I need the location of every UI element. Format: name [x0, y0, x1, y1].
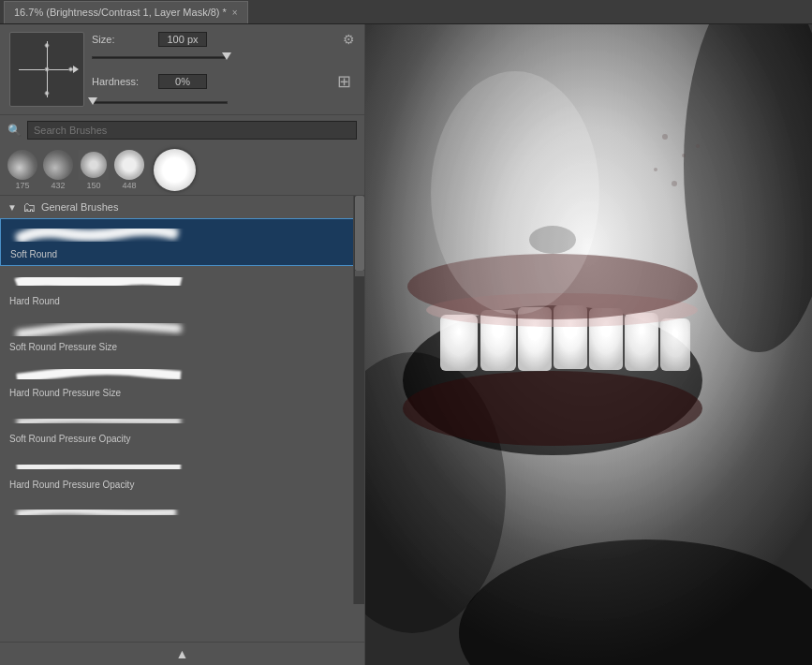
recent-brush-3[interactable]: 150 — [79, 150, 109, 190]
recent-brush-thumb-3 — [79, 150, 109, 180]
tab-title: 16.7% (Brightness/Contrast 1, Layer Mask… — [14, 7, 227, 18]
recent-brush-2[interactable]: 432 — [43, 150, 73, 190]
hardness-label: Hardness: — [92, 76, 153, 87]
recent-brush-num-2: 432 — [51, 181, 65, 190]
hardness-slider[interactable] — [92, 96, 355, 109]
recent-brush-num-1: 175 — [15, 181, 29, 190]
svg-point-20 — [672, 181, 677, 186]
search-icon: 🔍 — [7, 124, 22, 137]
main-layout: Size: ⚙ Hardness: — [0, 24, 812, 665]
recent-brush-4[interactable]: 448 — [114, 150, 144, 190]
brush-name-hard-round-pressure-size: Hard Round Pressure Size — [7, 388, 361, 402]
crosshair-bottom-dot — [45, 91, 50, 96]
svg-point-21 — [529, 226, 576, 254]
canvas-tab[interactable]: 16.7% (Brightness/Contrast 1, Layer Mask… — [4, 1, 248, 23]
recent-brush-thumb-5 — [154, 149, 196, 191]
hard-round-pressure-size-stroke — [7, 360, 195, 388]
brush-name-soft-round: Soft Round — [8, 249, 360, 263]
size-slider-track — [92, 56, 228, 59]
recent-brush-thumb-2 — [43, 150, 73, 180]
soft-round-pressure-size-stroke — [7, 314, 195, 342]
scrollbar-thumb[interactable] — [355, 196, 364, 271]
soft-round-pressure-opacity-stroke — [7, 406, 195, 434]
brush-name-soft-round-pressure-size: Soft Round Pressure Size — [7, 342, 361, 356]
hard-round-stroke — [7, 268, 195, 296]
bottom-arrow-icon[interactable]: ▲ — [176, 646, 189, 661]
svg-point-16 — [662, 134, 668, 140]
canvas-panel — [365, 24, 812, 665]
tab-close-button[interactable]: × — [232, 7, 238, 18]
recent-brush-5[interactable] — [154, 149, 196, 191]
brush-crosshair — [19, 41, 75, 97]
search-input[interactable] — [27, 121, 357, 140]
brush-item-hard-round-pressure-size[interactable]: Hard Round Pressure Size — [0, 358, 364, 404]
size-slider[interactable] — [92, 51, 355, 64]
brush-name-hard-round-pressure-opacity: Hard Round Pressure Opacity — [7, 480, 361, 494]
brush-name-soft-round-pressure-opacity: Soft Round Pressure Opacity — [7, 434, 361, 448]
recent-brush-1[interactable]: 175 — [7, 150, 37, 190]
svg-rect-5 — [440, 315, 478, 371]
recent-brush-num-4: 448 — [122, 181, 136, 190]
brush-list-scroll[interactable]: ▼ 🗂 General Brushes — [0, 196, 364, 642]
tab-bar: 16.7% (Brightness/Contrast 1, Layer Mask… — [0, 0, 812, 24]
hardness-row: Hardness: — [92, 74, 207, 89]
brush-item-soft-round-pressure-size[interactable]: Soft Round Pressure Size — [0, 312, 364, 358]
size-label: Size: — [92, 34, 153, 45]
bottom-area: ▲ — [0, 642, 364, 665]
folder-icon: 🗂 — [22, 200, 36, 214]
size-hardness-controls: Size: ⚙ Hardness: — [92, 32, 355, 109]
brush-panel: Size: ⚙ Hardness: — [0, 24, 365, 665]
svg-point-15 — [431, 71, 599, 315]
soft-round-stroke — [8, 221, 196, 249]
settings-icon[interactable]: ⚙ — [343, 32, 355, 47]
svg-point-14 — [403, 371, 702, 446]
brush-item-soft-round[interactable]: Soft Round — [0, 218, 364, 266]
brush-item-soft-round-pressure-opacity[interactable]: Soft Round Pressure Opacity — [0, 404, 364, 450]
hardness-slider-track — [92, 101, 228, 104]
group-name: General Brushes — [41, 201, 119, 213]
brush-preview — [9, 32, 84, 107]
recent-brush-thumb-1 — [7, 150, 37, 180]
crosshair-center-dot — [45, 67, 50, 72]
canvas-svg — [365, 24, 812, 665]
hardness-slider-thumb — [88, 97, 97, 105]
recent-brushes: 175 432 150 448 — [0, 145, 364, 196]
brush-group-header[interactable]: ▼ 🗂 General Brushes — [0, 196, 364, 218]
scrollbar-track[interactable] — [353, 196, 364, 604]
hard-round-pressure-opacity-stroke — [7, 451, 195, 480]
crosshair-top-dot — [45, 43, 50, 48]
brush-controls: Size: ⚙ Hardness: — [0, 24, 364, 115]
hardness-input[interactable] — [158, 74, 207, 89]
svg-point-17 — [682, 154, 686, 157]
extra-brush-stroke — [7, 497, 195, 525]
svg-point-19 — [696, 144, 700, 148]
brush-item-extra[interactable] — [0, 495, 364, 527]
brush-list-container: ▼ 🗂 General Brushes — [0, 196, 364, 642]
size-input[interactable] — [158, 32, 207, 47]
group-arrow-icon: ▼ — [7, 202, 17, 213]
recent-brush-num-3: 150 — [86, 181, 100, 190]
size-slider-thumb — [222, 52, 231, 60]
crosshair-arrow — [73, 66, 79, 73]
svg-rect-11 — [660, 318, 690, 371]
brush-item-hard-round-pressure-opacity[interactable]: Hard Round Pressure Opacity — [0, 450, 364, 495]
recent-brush-thumb-4 — [114, 150, 144, 180]
brush-name-hard-round: Hard Round — [7, 296, 361, 310]
scrollbar-section — [355, 271, 364, 276]
size-row: Size: — [92, 32, 207, 47]
search-area: 🔍 — [0, 115, 364, 145]
brush-item-hard-round[interactable]: Hard Round — [0, 266, 364, 312]
svg-point-18 — [654, 168, 657, 171]
canvas-image — [365, 24, 812, 665]
add-brush-icon[interactable]: ⊞ — [337, 71, 351, 92]
